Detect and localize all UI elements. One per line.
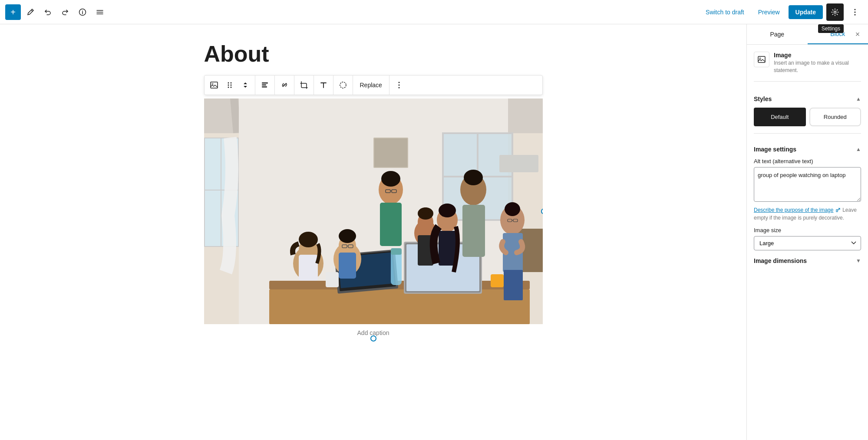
info-icon xyxy=(79,8,86,16)
svg-rect-56 xyxy=(326,272,339,287)
describe-image-link[interactable]: Describe the purpose of the image xyxy=(754,207,833,213)
plus-icon: + xyxy=(10,8,16,16)
svg-rect-44 xyxy=(374,138,407,167)
svg-rect-82 xyxy=(462,205,485,257)
image-display xyxy=(204,99,543,324)
alt-text-label: Alt text (alternative text) xyxy=(754,158,861,164)
svg-rect-71 xyxy=(380,203,402,246)
sidebar-close-button[interactable]: × xyxy=(851,27,865,41)
align-group xyxy=(255,76,275,95)
more-options-button[interactable] xyxy=(847,4,863,20)
info-button[interactable] xyxy=(75,4,90,20)
list-view-button[interactable] xyxy=(92,4,108,20)
svg-point-7 xyxy=(228,82,229,84)
block-more-button[interactable] xyxy=(391,77,407,93)
redo-icon xyxy=(61,8,69,16)
sidebar-tabs: Page Block × xyxy=(747,24,868,45)
styles-section-toggle[interactable]: Styles ▲ xyxy=(754,90,861,108)
external-link-icon xyxy=(836,208,840,212)
image-settings-section: Image settings ▲ Alt text (alternative t… xyxy=(754,141,861,269)
block-name: Image xyxy=(774,52,861,59)
switch-to-draft-button[interactable]: Switch to draft xyxy=(700,6,749,18)
image-block[interactable]: Add caption xyxy=(204,99,543,338)
styles-title: Styles xyxy=(754,95,772,102)
undo-button[interactable] xyxy=(40,4,56,20)
pencil-icon xyxy=(26,8,34,16)
update-button[interactable]: Update xyxy=(789,5,823,19)
block-description: Insert an image to make a visual stateme… xyxy=(774,59,861,74)
link-icon xyxy=(280,81,289,89)
block-header: Image Insert an image to make a visual s… xyxy=(754,52,861,82)
style-rounded-button[interactable]: Rounded xyxy=(809,108,861,126)
alt-text-field-wrapper: Alt text (alternative text) group of peo… xyxy=(754,158,861,222)
image-settings-toggle[interactable]: Image settings ▲ xyxy=(754,141,861,158)
svg-rect-31 xyxy=(238,138,239,246)
chevron-up-icon-settings: ▲ xyxy=(856,146,861,152)
resize-handle-bottom[interactable] xyxy=(370,335,376,341)
tab-page[interactable]: Page xyxy=(747,24,808,44)
circle-select-button[interactable] xyxy=(335,77,351,93)
block-icon xyxy=(754,52,769,67)
text-overlay-group xyxy=(314,76,333,95)
svg-point-10 xyxy=(230,85,231,86)
sidebar-content: Image Insert an image to make a visual s… xyxy=(747,45,868,276)
align-icon xyxy=(261,81,269,89)
styles-grid: Default Rounded xyxy=(754,108,861,126)
svg-rect-30 xyxy=(204,138,205,246)
block-header-text: Image Insert an image to make a visual s… xyxy=(774,52,861,74)
svg-rect-54 xyxy=(391,250,402,285)
svg-point-18 xyxy=(398,85,399,86)
replace-button[interactable]: Replace xyxy=(355,77,387,93)
block-toolbar: Replace xyxy=(204,75,543,95)
svg-point-1 xyxy=(834,11,836,13)
top-toolbar: + xyxy=(0,0,868,24)
align-button[interactable] xyxy=(257,77,273,93)
svg-point-2 xyxy=(855,9,856,10)
gear-icon xyxy=(831,8,839,16)
svg-point-66 xyxy=(339,229,356,243)
settings-button-wrapper: Settings xyxy=(826,3,844,21)
alt-text-input[interactable]: group of people watching on laptop xyxy=(754,167,861,202)
text-overlay-button[interactable] xyxy=(316,77,331,93)
svg-point-95 xyxy=(759,58,761,59)
circle-icon xyxy=(339,81,347,89)
redo-button[interactable] xyxy=(57,4,73,20)
svg-rect-42 xyxy=(499,155,538,172)
style-default-button[interactable]: Default xyxy=(754,108,806,126)
add-block-button[interactable]: + xyxy=(5,4,21,20)
svg-point-83 xyxy=(464,170,483,185)
settings-button[interactable]: Settings xyxy=(826,3,844,21)
drag-handle-button[interactable] xyxy=(222,77,238,93)
image-dimensions-title: Image dimensions xyxy=(754,257,807,264)
image-settings-title: Image settings xyxy=(754,146,796,153)
image-size-label: Image size xyxy=(754,227,861,233)
crop-group xyxy=(294,76,314,95)
toolbar-left: + xyxy=(5,4,108,20)
svg-rect-47 xyxy=(269,289,530,324)
list-icon xyxy=(96,8,104,16)
link-button[interactable] xyxy=(277,77,292,93)
crop-button[interactable] xyxy=(296,77,312,93)
svg-rect-13 xyxy=(262,82,268,84)
toolbar-right: Switch to draft Preview Update Settings xyxy=(700,3,863,21)
crop-icon xyxy=(300,81,308,89)
image-dimensions-wrapper: Image dimensions ▼ xyxy=(754,257,861,269)
block-type-button[interactable] xyxy=(206,77,222,93)
svg-point-16 xyxy=(340,82,346,88)
chevron-down-icon-dims: ▼ xyxy=(856,258,861,264)
link-group xyxy=(275,76,294,95)
undo-icon xyxy=(44,8,52,16)
chevron-up-icon: ▲ xyxy=(856,96,861,102)
move-up-down-button[interactable] xyxy=(238,77,253,93)
image-dimensions-toggle[interactable]: Image dimensions ▼ xyxy=(754,257,861,269)
tools-button[interactable] xyxy=(23,4,38,20)
svg-point-80 xyxy=(422,207,429,213)
block-ellipsis-icon xyxy=(398,81,400,89)
alt-text-help: Describe the purpose of the image Leave … xyxy=(754,206,861,222)
svg-point-6 xyxy=(212,83,213,85)
image-size-select[interactable]: Thumbnail Medium Large Full Size xyxy=(754,236,861,250)
block-type-group xyxy=(205,76,255,95)
svg-rect-55 xyxy=(391,248,402,255)
svg-point-62 xyxy=(299,232,318,247)
preview-button[interactable]: Preview xyxy=(753,6,785,18)
